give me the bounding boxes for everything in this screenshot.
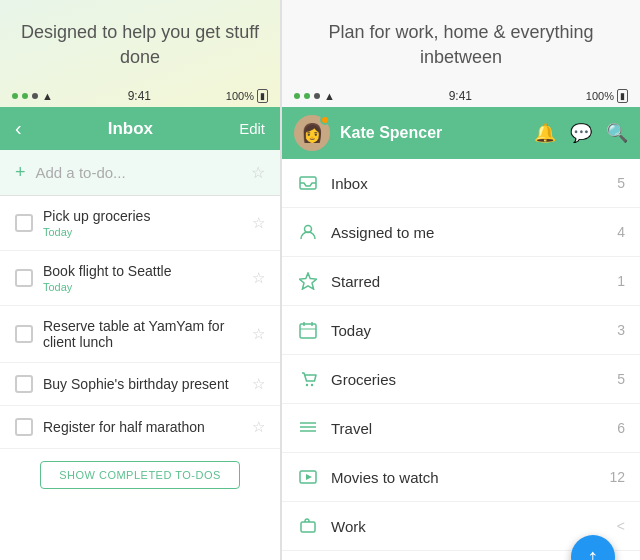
r-battery-icon: ▮ xyxy=(617,89,628,103)
task-star-1[interactable]: ☆ xyxy=(252,214,265,232)
svg-rect-14 xyxy=(301,522,315,532)
menu-label-assigned: Assigned to me xyxy=(331,224,605,241)
left-hero-text: Designed to help you get stuff done xyxy=(0,0,280,85)
work-icon xyxy=(297,515,319,537)
menu-item-inbox[interactable]: Inbox 5 xyxy=(282,159,640,208)
today-icon xyxy=(297,319,319,341)
menu-label-today: Today xyxy=(331,322,605,339)
menu-label-movies: Movies to watch xyxy=(331,469,597,486)
menu-label-starred: Starred xyxy=(331,273,605,290)
task-title-1: Pick up groceries xyxy=(43,208,242,224)
show-completed-section: SHOW COMPLETED TO-DOS xyxy=(0,449,280,501)
menu-count-starred: 1 xyxy=(617,273,625,289)
left-phone-frame: ▲ 9:41 100% ▮ ‹ Inbox Edit + Add a to-do… xyxy=(0,85,280,560)
svg-rect-3 xyxy=(300,324,316,338)
menu-item-movies[interactable]: Movies to watch 12 xyxy=(282,453,640,502)
signal-dot-1 xyxy=(12,93,18,99)
task-item-1[interactable]: Pick up groceries Today ☆ xyxy=(0,196,280,251)
menu-list: Inbox 5 Assigned to me 4 xyxy=(282,159,640,560)
menu-chevron-work: < xyxy=(617,518,625,534)
battery-icon: ▮ xyxy=(257,89,268,103)
wifi-icon: ▲ xyxy=(42,90,53,102)
left-nav-bar: ‹ Inbox Edit xyxy=(0,107,280,150)
menu-count-groceries: 5 xyxy=(617,371,625,387)
menu-label-groceries: Groceries xyxy=(331,371,605,388)
r-wifi-icon: ▲ xyxy=(324,90,335,102)
add-star-icon[interactable]: ☆ xyxy=(251,163,265,182)
menu-label-work: Work xyxy=(331,518,605,535)
left-panel: Designed to help you get stuff done ▲ 9:… xyxy=(0,0,280,560)
right-panel: Plan for work, home & everything inbetwe… xyxy=(282,0,640,560)
task-star-5[interactable]: ☆ xyxy=(252,418,265,436)
task-star-2[interactable]: ☆ xyxy=(252,269,265,287)
menu-item-assigned[interactable]: Assigned to me 4 xyxy=(282,208,640,257)
task-content-3: Reserve table at YamYam for client lunch xyxy=(43,318,242,350)
task-content-1: Pick up groceries Today xyxy=(43,208,242,238)
task-title-4: Buy Sophie's birthday present xyxy=(43,376,242,392)
menu-item-starred[interactable]: Starred 1 xyxy=(282,257,640,306)
task-title-5: Register for half marathon xyxy=(43,419,242,435)
add-placeholder: Add a to-do... xyxy=(36,164,241,181)
r-signal-dot-2 xyxy=(304,93,310,99)
menu-item-today[interactable]: Today 3 xyxy=(282,306,640,355)
menu-count-inbox: 5 xyxy=(617,175,625,191)
task-star-3[interactable]: ☆ xyxy=(252,325,265,343)
assigned-icon xyxy=(297,221,319,243)
menu-count-travel: 6 xyxy=(617,420,625,436)
left-battery: 100% ▮ xyxy=(226,89,268,103)
signal-dot-2 xyxy=(22,93,28,99)
search-icon[interactable]: 🔍 xyxy=(606,122,628,144)
r-signal-dot-3 xyxy=(314,93,320,99)
right-status-indicators: ▲ xyxy=(294,90,335,102)
add-icon: + xyxy=(15,162,26,183)
back-button[interactable]: ‹ xyxy=(15,117,22,140)
menu-label-inbox: Inbox xyxy=(331,175,605,192)
right-status-bar: ▲ 9:41 100% ▮ xyxy=(282,85,640,107)
travel-icon xyxy=(297,417,319,439)
left-time: 9:41 xyxy=(128,89,151,103)
svg-marker-2 xyxy=(300,273,317,289)
chat-icon[interactable]: 💬 xyxy=(570,122,592,144)
menu-count-movies: 12 xyxy=(609,469,625,485)
avatar-container[interactable]: 👩 xyxy=(294,115,330,151)
menu-count-assigned: 4 xyxy=(617,224,625,240)
menu-label-travel: Travel xyxy=(331,420,605,437)
task-star-4[interactable]: ☆ xyxy=(252,375,265,393)
add-todo-row[interactable]: + Add a to-do... ☆ xyxy=(0,150,280,196)
signal-dot-3 xyxy=(32,93,38,99)
menu-item-groceries[interactable]: Groceries 5 xyxy=(282,355,640,404)
nav-icons: 🔔 💬 🔍 xyxy=(534,122,628,144)
r-signal-dot-1 xyxy=(294,93,300,99)
task-content-4: Buy Sophie's birthday present xyxy=(43,376,242,392)
groceries-icon xyxy=(297,368,319,390)
menu-item-travel[interactable]: Travel 6 xyxy=(282,404,640,453)
user-name: Kate Spencer xyxy=(340,124,524,142)
right-nav-bar: 👩 Kate Spencer 🔔 💬 🔍 xyxy=(282,107,640,159)
task-checkbox-4[interactable] xyxy=(15,375,33,393)
starred-icon xyxy=(297,270,319,292)
svg-marker-13 xyxy=(306,474,312,480)
task-list: Pick up groceries Today ☆ Book flight to… xyxy=(0,196,280,560)
movies-icon xyxy=(297,466,319,488)
task-checkbox-3[interactable] xyxy=(15,325,33,343)
task-title-3: Reserve table at YamYam for client lunch xyxy=(43,318,242,350)
task-item-4[interactable]: Buy Sophie's birthday present ☆ xyxy=(0,363,280,406)
nav-title: Inbox xyxy=(108,119,153,139)
task-checkbox-1[interactable] xyxy=(15,214,33,232)
inbox-icon xyxy=(297,172,319,194)
task-item-3[interactable]: Reserve table at YamYam for client lunch… xyxy=(0,306,280,363)
task-checkbox-2[interactable] xyxy=(15,269,33,287)
task-item-2[interactable]: Book flight to Seattle Today ☆ xyxy=(0,251,280,306)
right-time: 9:41 xyxy=(449,89,472,103)
svg-point-8 xyxy=(311,384,313,386)
edit-button[interactable]: Edit xyxy=(239,120,265,137)
task-item-5[interactable]: Register for half marathon ☆ xyxy=(0,406,280,449)
menu-count-today: 3 xyxy=(617,322,625,338)
avatar-badge xyxy=(320,115,330,125)
bell-icon[interactable]: 🔔 xyxy=(534,122,556,144)
right-hero-text: Plan for work, home & everything inbetwe… xyxy=(282,0,640,85)
show-completed-button[interactable]: SHOW COMPLETED TO-DOS xyxy=(40,461,240,489)
svg-point-7 xyxy=(306,384,308,386)
task-subtitle-1: Today xyxy=(43,226,242,238)
task-checkbox-5[interactable] xyxy=(15,418,33,436)
